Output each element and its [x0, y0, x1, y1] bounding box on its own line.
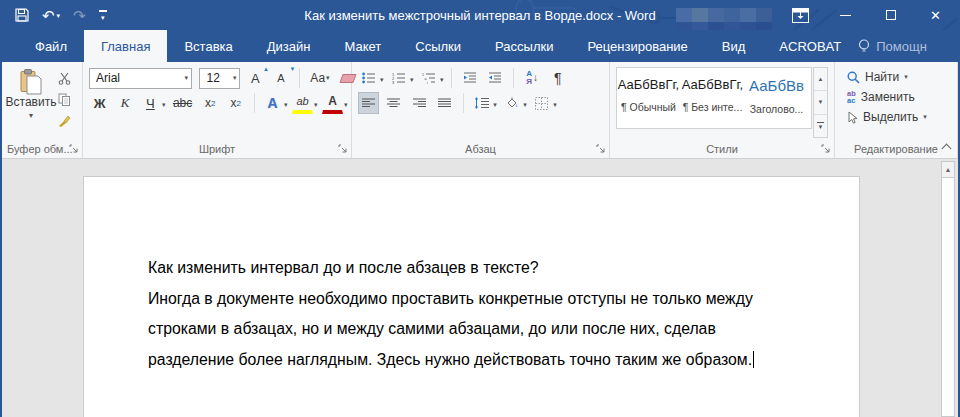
- customize-qat-icon[interactable]: ▾: [99, 10, 107, 21]
- styles-gallery-more-icon[interactable]: ▼: [814, 115, 827, 137]
- collapse-ribbon-icon[interactable]: [942, 144, 952, 154]
- shading-button[interactable]: [501, 92, 522, 114]
- grow-font-button[interactable]: A▲: [245, 67, 266, 89]
- styles-scroll-up-icon[interactable]: ▲: [814, 68, 827, 91]
- save-icon[interactable]: [15, 8, 29, 22]
- select-button[interactable]: Выделить ▾: [841, 107, 953, 127]
- increase-indent-button[interactable]: [485, 67, 506, 89]
- clipboard-group-label: Буфер обм...: [7, 143, 73, 155]
- tab-insert[interactable]: Вставка: [167, 30, 249, 62]
- replace-button[interactable]: ab ac Заменить: [841, 87, 953, 107]
- justify-icon: [438, 98, 451, 109]
- font-color-dropdown-icon[interactable]: ▾: [344, 101, 348, 108]
- lightbulb-icon: [858, 39, 870, 54]
- tab-home[interactable]: Главная: [84, 30, 167, 62]
- tab-view[interactable]: Вид: [705, 30, 763, 62]
- underline-dropdown-icon[interactable]: ▾: [162, 101, 166, 108]
- text-effects-button[interactable]: А: [262, 92, 283, 114]
- subscript-button[interactable]: x2: [200, 92, 221, 114]
- multilevel-list-button[interactable]: 1ai: [418, 67, 439, 89]
- tab-references[interactable]: Ссылки: [398, 30, 478, 62]
- redo-button: ↷: [73, 8, 86, 23]
- justify-button[interactable]: [434, 92, 455, 114]
- copy-icon[interactable]: [54, 90, 75, 108]
- paragraph-dialog-launcher-icon[interactable]: [596, 144, 606, 154]
- style-normal[interactable]: АаБбВвГг, ¶ Обычный: [617, 68, 681, 128]
- maximize-button[interactable]: [868, 0, 913, 30]
- font-color-button[interactable]: А: [322, 92, 343, 114]
- font-dialog-launcher-icon[interactable]: [338, 144, 348, 154]
- bullets-button[interactable]: [358, 67, 379, 89]
- multilevel-dropdown-icon[interactable]: ▾: [440, 76, 444, 83]
- text-effects-dropdown-icon[interactable]: ▾: [284, 101, 288, 108]
- svg-text:i: i: [427, 81, 428, 85]
- text-cursor: [753, 351, 754, 368]
- styles-scroll-down-icon[interactable]: ▼: [814, 91, 827, 114]
- find-button[interactable]: Найти ▾: [841, 67, 953, 87]
- paste-clipboard-icon: [20, 69, 42, 95]
- shading-dropdown-icon[interactable]: ▾: [523, 101, 527, 108]
- paste-button[interactable]: Вставить ▾: [8, 67, 54, 138]
- font-group: Arial▾ 12▾ A▲ A▼ Аа▾ Ж К Ч▾ abc x2 x2 А: [83, 62, 352, 158]
- undo-button[interactable]: ↶▾: [42, 8, 60, 23]
- text-highlight-button[interactable]: ab: [292, 92, 313, 114]
- tab-file[interactable]: Файл: [18, 30, 84, 62]
- tab-acrobat[interactable]: ACROBAT: [762, 30, 858, 62]
- minimize-button[interactable]: [823, 0, 868, 30]
- tab-review[interactable]: Рецензирование: [570, 30, 704, 62]
- close-button[interactable]: ✕: [913, 0, 958, 30]
- line-spacing-icon: [474, 97, 489, 109]
- numbering-button[interactable]: 123: [388, 67, 409, 89]
- style-no-spacing[interactable]: АаБбВвГг, ¶ Без инте...: [681, 68, 745, 128]
- paste-label: Вставить: [6, 95, 57, 109]
- find-dropdown-icon[interactable]: ▾: [904, 73, 908, 81]
- font-group-label: Шрифт: [199, 143, 235, 155]
- numbering-dropdown-icon[interactable]: ▾: [410, 76, 414, 83]
- tab-layout[interactable]: Макет: [327, 30, 398, 62]
- styles-scrollbar: ▲ ▼ ▼: [813, 67, 828, 138]
- show-hide-marks-button[interactable]: ¶: [547, 67, 568, 89]
- format-painter-icon[interactable]: [54, 111, 75, 129]
- scroll-up-icon[interactable]: ▲: [942, 162, 954, 178]
- cut-icon[interactable]: [54, 69, 75, 87]
- tell-me-box[interactable]: Помощн: [858, 39, 927, 54]
- borders-button[interactable]: [531, 92, 552, 114]
- change-case-button[interactable]: Аа▾: [307, 67, 332, 89]
- style-heading1[interactable]: АаБбВв Заголово...: [745, 68, 809, 128]
- borders-dropdown-icon[interactable]: ▾: [553, 101, 557, 108]
- styles-dialog-launcher-icon[interactable]: [821, 144, 831, 154]
- bold-button[interactable]: Ж: [89, 92, 110, 114]
- underline-button[interactable]: Ч: [140, 92, 161, 114]
- bullets-dropdown-icon[interactable]: ▾: [380, 76, 384, 83]
- document-area: Как изменить интервал до и после абзацев…: [2, 159, 958, 417]
- clipboard-dialog-launcher-icon[interactable]: [69, 144, 79, 154]
- tab-design[interactable]: Дизайн: [250, 30, 328, 62]
- find-label: Найти: [865, 70, 899, 84]
- undo-dropdown-icon[interactable]: ▾: [57, 12, 61, 19]
- svg-text:3: 3: [392, 80, 395, 85]
- sort-button[interactable]: АЯ ↓: [522, 67, 543, 89]
- document-line: строками в абзацах, но и между самими аб…: [148, 314, 799, 345]
- decrease-indent-button[interactable]: [459, 67, 480, 89]
- ribbon-display-options-icon[interactable]: [778, 0, 823, 30]
- tab-mailings[interactable]: Рассылки: [478, 30, 570, 62]
- align-center-button[interactable]: [383, 92, 404, 114]
- italic-button[interactable]: К: [114, 92, 135, 114]
- styles-group-label: Стили: [706, 143, 738, 155]
- superscript-button[interactable]: x2: [225, 92, 246, 114]
- line-spacing-button[interactable]: [471, 92, 492, 114]
- strikethrough-button[interactable]: abc: [170, 92, 195, 114]
- vertical-scrollbar[interactable]: ▲: [941, 161, 955, 417]
- shrink-font-button[interactable]: A▼: [270, 67, 291, 89]
- align-right-button[interactable]: [409, 92, 430, 114]
- document-page[interactable]: Как изменить интервал до и после абзацев…: [83, 176, 860, 417]
- font-name-combobox[interactable]: Arial▾: [89, 68, 192, 89]
- align-left-button[interactable]: [358, 92, 379, 114]
- line-spacing-dropdown-icon[interactable]: ▾: [493, 101, 497, 108]
- select-dropdown-icon[interactable]: ▾: [923, 113, 927, 121]
- font-size-combobox[interactable]: 12▾: [199, 68, 240, 89]
- document-text[interactable]: Как изменить интервал до и после абзацев…: [84, 177, 859, 375]
- paste-dropdown-icon[interactable]: ▾: [29, 111, 33, 120]
- title-bar: ↶▾ ↷ ▾ Как изменить межстрочный интервал…: [2, 0, 958, 30]
- highlight-dropdown-icon[interactable]: ▾: [314, 101, 318, 108]
